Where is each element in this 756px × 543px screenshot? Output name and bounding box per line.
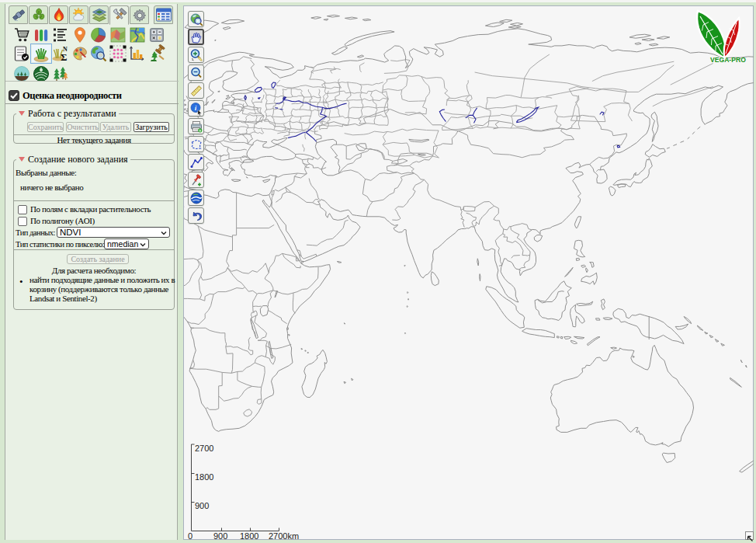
svg-text:Σ: Σ [61, 51, 68, 63]
svg-text:VEGA-PRO: VEGA-PRO [710, 56, 746, 64]
svg-text:1800: 1800 [195, 472, 213, 482]
svg-text:900: 900 [195, 501, 209, 510]
svg-text:0: 0 [188, 531, 192, 540]
svg-text:N: N [63, 46, 68, 53]
svg-text:1800: 1800 [240, 531, 258, 540]
svg-text:2700: 2700 [195, 444, 213, 453]
svg-text:900: 900 [213, 531, 227, 540]
svg-text:2700km: 2700km [269, 531, 299, 540]
